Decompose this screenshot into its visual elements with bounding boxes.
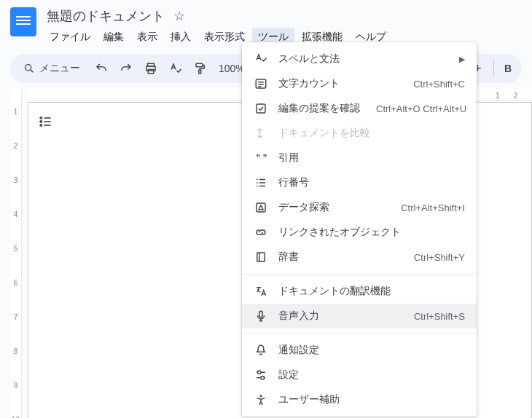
translate-icon <box>254 284 268 299</box>
title-area: 無題のドキュメント ☆ ファイル編集表示挿入表示形式ツール拡張機能ヘルプ <box>44 6 522 47</box>
menu-item-label: ドキュメントを比較 <box>278 127 465 140</box>
prefs-icon <box>254 368 268 382</box>
tools-menu-item-explore[interactable]: データ探索Ctrl+Alt+Shift+I <box>242 195 477 220</box>
spellcheck-button[interactable] <box>165 58 187 79</box>
document-title[interactable]: 無題のドキュメント <box>44 6 168 26</box>
tools-menu-item-compare: ドキュメントを比較 <box>242 121 477 146</box>
ruler-v-mark: 2 <box>14 142 18 150</box>
svg-rect-26 <box>257 253 265 261</box>
ruler-v-mark: 1 <box>14 108 18 116</box>
print-button[interactable] <box>140 58 162 79</box>
menu-item-label: データ探索 <box>278 201 385 214</box>
svg-text:” ”: ” ” <box>256 153 267 163</box>
menu-item-label: 引用 <box>278 151 465 165</box>
tools-menu-item-linked[interactable]: リンクされたオブジェクト <box>242 220 477 245</box>
redo-icon <box>120 62 133 75</box>
ruler-v-mark: 8 <box>14 347 18 355</box>
explore-icon <box>254 200 268 215</box>
menu-item-shortcut: Ctrl+Alt+Shift+I <box>401 202 465 213</box>
compare-icon <box>254 126 268 141</box>
outline-icon <box>39 114 53 129</box>
svg-rect-28 <box>259 311 263 317</box>
menu-2[interactable]: 表示 <box>131 28 163 47</box>
format-paint-button[interactable] <box>189 58 211 79</box>
menu-item-label: 通知設定 <box>278 344 465 357</box>
menu-0[interactable]: ファイル <box>44 28 96 47</box>
toolbar-separator <box>493 60 494 76</box>
svg-rect-5 <box>196 63 203 67</box>
svg-point-8 <box>40 121 42 123</box>
docs-logo-icon[interactable] <box>10 7 36 36</box>
undo-icon <box>95 62 108 75</box>
outline-toggle[interactable] <box>39 114 53 131</box>
tools-menu-dropdown: スペルと文法▶文字カウントCtrl+Shift+C編集の提案を確認Ctrl+Al… <box>242 42 477 417</box>
ruler-vertical: 12345678910 <box>10 89 22 418</box>
menu-1[interactable]: 編集 <box>98 28 130 47</box>
wordcount-icon <box>254 76 268 91</box>
svg-point-30 <box>261 376 265 380</box>
ruler-h-mark: 2 <box>514 92 532 100</box>
undo-button[interactable] <box>90 58 112 79</box>
redo-button[interactable] <box>115 58 137 79</box>
menu-separator <box>242 274 477 275</box>
ruler-v-mark: 6 <box>14 279 18 287</box>
menu-separator <box>242 333 477 334</box>
menu-item-shortcut: Ctrl+Shift+C <box>413 79 465 90</box>
svg-line-1 <box>31 70 34 73</box>
tools-menu-item-review[interactable]: 編集の提案を確認Ctrl+Alt+O Ctrl+Alt+U <box>242 96 477 121</box>
tools-menu-item-a11y[interactable]: ユーザー補助 <box>242 387 477 412</box>
paint-roller-icon <box>194 62 207 75</box>
svg-point-29 <box>258 371 262 374</box>
menu-item-label: 音声入力 <box>278 309 398 323</box>
voice-icon <box>254 309 268 323</box>
citation-icon: ” ” <box>254 151 268 165</box>
menu-3[interactable]: 挿入 <box>165 28 197 47</box>
menu-item-shortcut: Ctrl+Alt+O Ctrl+Alt+U <box>376 103 466 114</box>
menu-item-label: 編集の提案を確認 <box>278 102 360 115</box>
menu-item-label: ドキュメントの翻訳機能 <box>278 285 465 298</box>
dictionary-icon <box>254 250 268 264</box>
ruler-v-mark: 4 <box>14 210 18 218</box>
tools-menu-item-linenum[interactable]: 行番号 <box>242 170 477 195</box>
menu-item-shortcut: Ctrl+Shift+Y <box>414 252 465 263</box>
tools-menu-item-citation[interactable]: ” ”引用 <box>242 146 477 170</box>
spellcheck-icon <box>254 52 268 66</box>
menu-item-label: 行番号 <box>278 176 465 189</box>
menu-item-shortcut: Ctrl+Shift+S <box>414 311 465 322</box>
ruler-v-mark: 9 <box>14 382 18 390</box>
menu-item-label: ユーザー補助 <box>278 393 465 406</box>
menu-item-label: スペルと文法 <box>278 52 449 66</box>
star-icon[interactable]: ☆ <box>173 8 185 24</box>
tools-menu-item-dictionary[interactable]: 辞書Ctrl+Shift+Y <box>242 245 477 269</box>
header: 無題のドキュメント ☆ ファイル編集表示挿入表示形式ツール拡張機能ヘルプ <box>0 0 532 47</box>
ruler-v-mark: 3 <box>14 176 18 184</box>
notify-icon <box>254 343 268 358</box>
menu-search-label: メニュー <box>39 62 80 75</box>
tools-menu-item-prefs[interactable]: 設定 <box>242 363 477 387</box>
svg-point-7 <box>40 117 42 119</box>
ruler-v-mark: 7 <box>14 313 18 321</box>
svg-rect-6 <box>199 70 201 74</box>
review-icon <box>254 101 268 116</box>
tools-menu-item-spellcheck[interactable]: スペルと文法▶ <box>242 47 477 71</box>
bold-button[interactable]: B <box>500 63 516 74</box>
tools-menu-item-translate[interactable]: ドキュメントの翻訳機能 <box>242 279 477 304</box>
menu-item-label: 文字カウント <box>278 77 397 90</box>
svg-rect-17 <box>257 104 265 113</box>
tools-menu-item-wordcount[interactable]: 文字カウントCtrl+Shift+C <box>242 71 477 96</box>
linenum-icon <box>254 176 268 190</box>
spellcheck-icon <box>169 62 182 75</box>
menu-search[interactable]: メニュー <box>16 59 87 78</box>
ruler-v-mark: 5 <box>14 245 18 253</box>
title-row: 無題のドキュメント ☆ <box>44 6 522 26</box>
tools-menu-item-voice[interactable]: 音声入力Ctrl+Shift+S <box>242 304 477 328</box>
svg-point-31 <box>260 395 262 397</box>
search-icon <box>23 63 35 74</box>
menu-item-label: リンクされたオブジェクト <box>278 226 465 239</box>
menu-item-label: 設定 <box>278 368 465 382</box>
tools-menu-item-notify[interactable]: 通知設定 <box>242 338 477 363</box>
linked-icon <box>254 225 268 240</box>
ruler-h-mark: 1 <box>496 92 514 100</box>
menu-item-label: 辞書 <box>278 251 398 264</box>
svg-point-0 <box>26 65 31 71</box>
